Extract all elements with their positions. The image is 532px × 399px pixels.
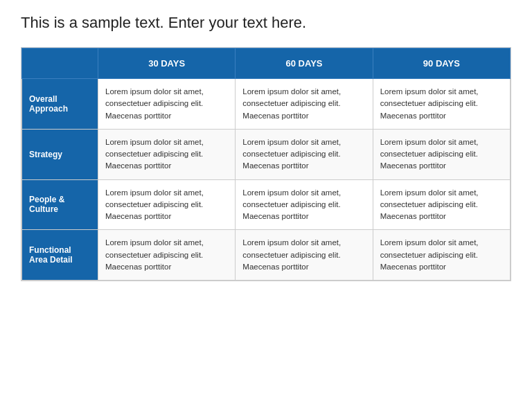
row-2-col-1: Lorem ipsum dolor sit amet, consectetuer…	[98, 179, 236, 230]
row-label-cell: People &Culture	[22, 179, 98, 230]
header-col3: 90 DAYS	[373, 48, 510, 79]
row-label-cell: OverallApproach	[22, 79, 98, 130]
table-row: StrategyLorem ipsum dolor sit amet, cons…	[22, 129, 511, 179]
table-row: People &CultureLorem ipsum dolor sit ame…	[22, 179, 511, 230]
row-1-col-3: Lorem ipsum dolor sit amet, consectetuer…	[373, 129, 510, 179]
row-1-col-2: Lorem ipsum dolor sit amet, consectetuer…	[236, 129, 373, 179]
page-title: This is a sample text. Enter your text h…	[21, 14, 511, 32]
table-row: FunctionalArea DetailLorem ipsum dolor s…	[22, 230, 511, 281]
table-row: OverallApproachLorem ipsum dolor sit ame…	[22, 79, 511, 130]
row-0-col-3: Lorem ipsum dolor sit amet, consectetuer…	[373, 79, 510, 130]
row-0-col-2: Lorem ipsum dolor sit amet, consectetuer…	[236, 79, 373, 130]
table-header-row: 30 DAYS 60 DAYS 90 DAYS	[22, 48, 511, 79]
row-3-col-3: Lorem ipsum dolor sit amet, consectetuer…	[373, 230, 510, 281]
header-col2: 60 DAYS	[236, 48, 373, 79]
page-container: This is a sample text. Enter your text h…	[0, 0, 532, 399]
header-empty-cell	[22, 48, 98, 79]
main-table-wrapper: 30 DAYS 60 DAYS 90 DAYS OverallApproachL…	[21, 47, 511, 281]
row-3-col-2: Lorem ipsum dolor sit amet, consectetuer…	[236, 230, 373, 281]
row-3-col-1: Lorem ipsum dolor sit amet, consectetuer…	[98, 230, 236, 281]
row-label-cell: Strategy	[22, 129, 98, 179]
row-2-col-3: Lorem ipsum dolor sit amet, consectetuer…	[373, 179, 510, 230]
main-table: 30 DAYS 60 DAYS 90 DAYS OverallApproachL…	[21, 48, 511, 281]
header-col1: 30 DAYS	[98, 48, 236, 79]
row-2-col-2: Lorem ipsum dolor sit amet, consectetuer…	[236, 179, 373, 230]
row-label-cell: FunctionalArea Detail	[22, 230, 98, 281]
row-0-col-1: Lorem ipsum dolor sit amet, consectetuer…	[98, 79, 236, 130]
row-1-col-1: Lorem ipsum dolor sit amet, consectetuer…	[98, 129, 236, 179]
